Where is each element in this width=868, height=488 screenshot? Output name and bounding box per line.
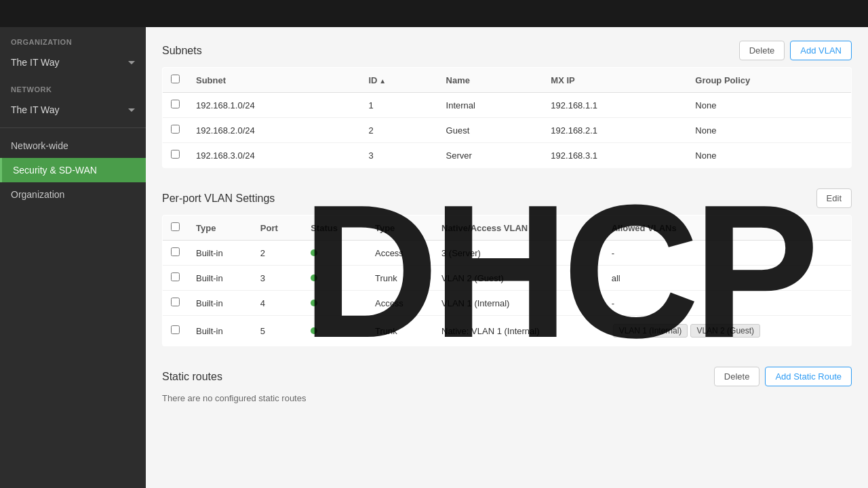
col-group-policy: Group Policy [687, 68, 851, 93]
sidebar-item-organization[interactable]: Organization [0, 182, 146, 207]
vlan-allowed-vlans: - [604, 291, 852, 316]
sidebar-divider [0, 127, 146, 128]
status-dot-icon [311, 249, 317, 256]
network-chevron-icon [128, 108, 135, 112]
vlan-access-type: Trunk [367, 266, 433, 291]
subnet-value: 192.168.3.0/24 [188, 143, 360, 168]
network-selector[interactable]: The IT Way [0, 98, 146, 122]
subnet-name: Server [438, 143, 543, 168]
subnet-row: 192.168.3.0/24 3 Server 192.168.3.1 None [163, 143, 852, 168]
static-routes-header: Static routes Delete Add Static Route [162, 367, 852, 386]
vlan-row: Built-in 5 Trunk Native: VLAN 1 (Interna… [163, 316, 852, 346]
vlan-port-type: Built-in [188, 266, 252, 291]
subnet-mx-ip: 192.168.1.1 [542, 93, 687, 118]
col-vlan-allowed: Allowed VLANs [604, 216, 852, 241]
vlan-port-status [302, 316, 367, 346]
vlan-native-access: 3 (Server) [433, 241, 604, 266]
vlan-checkbox-0[interactable] [171, 247, 180, 256]
vlan-row: Built-in 2 Access 3 (Server) - [163, 241, 852, 266]
subnets-header: Subnets Delete Add VLAN [162, 41, 852, 60]
status-dot-icon [311, 327, 317, 334]
vlan-allowed-vlans: - [604, 241, 852, 266]
subnet-checkbox-2[interactable] [171, 150, 180, 159]
vlan-port-type: Built-in [188, 291, 252, 316]
sidebar-item-security-sd-wan[interactable]: Security & SD-WAN [0, 158, 146, 182]
subnet-id: 3 [360, 143, 437, 168]
per-port-vlan-title: Per-port VLAN Settings [162, 192, 275, 205]
vlan-checkbox-3[interactable] [171, 325, 180, 334]
org-name: The IT Way [11, 57, 60, 68]
col-vlan-port: Port [252, 216, 302, 241]
col-subnet: Subnet [188, 68, 360, 93]
subnets-delete-button[interactable]: Delete [739, 41, 785, 60]
vlan-allowed-value: - [612, 298, 614, 308]
subnets-select-all-checkbox[interactable] [171, 75, 180, 83]
vlan-tag: VLAN 2 (Guest) [690, 324, 760, 338]
col-name: Name [438, 68, 543, 93]
subnet-group-policy: None [687, 93, 851, 118]
vlan-port-status [302, 291, 367, 316]
vlan-allowed-vlans: VLAN 1 (Internal)VLAN 2 (Guest) [604, 316, 852, 346]
org-section-label: ORGANIZATION [0, 27, 146, 50]
subnet-id: 1 [360, 93, 437, 118]
subnet-row: 192.168.2.0/24 2 Guest 192.168.2.1 None [163, 118, 852, 143]
per-port-vlan-section: Per-port VLAN Settings Edit Type Port St… [162, 188, 852, 346]
subnet-group-policy: None [687, 143, 851, 168]
vlan-native-access: VLAN 1 (Internal) [433, 291, 604, 316]
vlan-select-all-checkbox[interactable] [171, 222, 180, 231]
vlan-port-status [302, 241, 367, 266]
col-id: ID [360, 68, 437, 93]
vlan-access-type: Access [367, 241, 433, 266]
org-selector[interactable]: The IT Way [0, 50, 146, 75]
status-dot-icon [311, 274, 317, 281]
static-routes-delete-button[interactable]: Delete [714, 367, 760, 386]
subnets-section: Subnets Delete Add VLAN Subnet ID Name M… [162, 41, 852, 168]
col-vlan-native: Native/Access VLAN [433, 216, 604, 241]
subnet-row: 192.168.1.0/24 1 Internal 192.168.1.1 No… [163, 93, 852, 118]
per-port-vlan-table: Type Port Status Type Native/Access VLAN… [162, 215, 852, 346]
vlan-native-access: Native: VLAN 1 (Internal) [433, 316, 604, 346]
subnet-mx-ip: 192.168.2.1 [542, 118, 687, 143]
per-port-vlan-header: Per-port VLAN Settings Edit [162, 188, 852, 208]
vlan-access-type: Access [367, 291, 433, 316]
subnets-table: Subnet ID Name MX IP Group Policy 192.16… [162, 67, 852, 168]
col-vlan-type: Type [188, 216, 252, 241]
subnet-name: Internal [438, 93, 543, 118]
vlan-tag: VLAN 1 (Internal) [613, 324, 688, 338]
subnet-name: Guest [438, 118, 543, 143]
vlan-port-status [302, 266, 367, 291]
sidebar: ORGANIZATION The IT Way NETWORK The IT W… [0, 27, 146, 488]
col-vlan-access-type: Type [367, 216, 433, 241]
vlan-port-number: 3 [252, 266, 302, 291]
static-routes-add-button[interactable]: Add Static Route [765, 367, 852, 386]
vlan-checkbox-1[interactable] [171, 272, 180, 281]
network-name: The IT Way [11, 104, 60, 115]
static-routes-section: Static routes Delete Add Static Route Th… [162, 367, 852, 403]
network-section-label: NETWORK [0, 75, 146, 98]
status-dot-icon [311, 300, 317, 306]
main-content: DHCP Subnets Delete Add VLAN Subnet ID N… [146, 27, 868, 488]
subnet-id: 2 [360, 118, 437, 143]
vlan-allowed-value: all [612, 273, 620, 283]
org-chevron-icon [128, 61, 135, 64]
subnets-add-vlan-button[interactable]: Add VLAN [790, 41, 852, 60]
subnet-checkbox-0[interactable] [171, 100, 180, 108]
vlan-port-type: Built-in [188, 316, 252, 346]
vlan-port-number: 2 [252, 241, 302, 266]
subnet-group-policy: None [687, 118, 851, 143]
vlan-access-type: Trunk [367, 316, 433, 346]
top-bar [0, 0, 868, 27]
subnet-value: 192.168.2.0/24 [188, 118, 360, 143]
sidebar-item-network-wide[interactable]: Network-wide [0, 134, 146, 158]
per-port-vlan-edit-button[interactable]: Edit [816, 188, 852, 208]
vlan-port-number: 4 [252, 291, 302, 316]
vlan-row: Built-in 3 Trunk VLAN 2 (Guest) all [163, 266, 852, 291]
vlan-port-number: 5 [252, 316, 302, 346]
vlan-checkbox-2[interactable] [171, 298, 180, 306]
vlan-native-access: VLAN 2 (Guest) [433, 266, 604, 291]
subnet-checkbox-1[interactable] [171, 125, 180, 134]
static-routes-empty-message: There are no configured static routes [162, 393, 852, 403]
subnet-mx-ip: 192.168.3.1 [542, 143, 687, 168]
vlan-allowed-vlans: all [604, 266, 852, 291]
col-mx-ip: MX IP [542, 68, 687, 93]
